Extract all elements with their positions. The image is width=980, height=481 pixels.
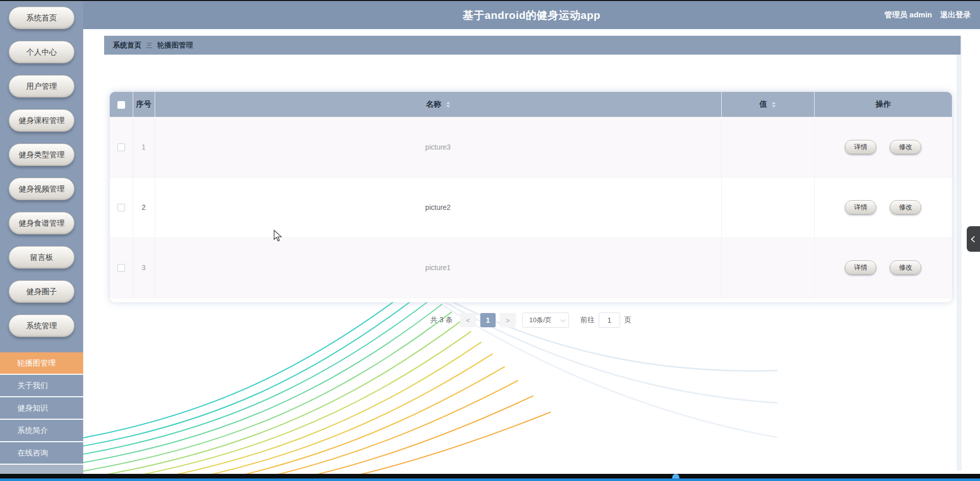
sidebar-item-message-board[interactable]: 留言板 (9, 246, 75, 269)
submenu-item-system-intro[interactable]: 系统简介 (0, 420, 83, 442)
table-card: 序号 名称 值 操作 1 picture3 (110, 92, 952, 302)
pagination-prev-button[interactable]: < (460, 313, 476, 327)
table-row: 1 picture3 详情 修改 (110, 117, 952, 177)
row-checkbox[interactable] (117, 264, 125, 272)
sidebar-item-fitness-circle[interactable]: 健身圈子 (9, 280, 75, 303)
sort-icon[interactable] (446, 102, 450, 108)
detail-button[interactable]: 详情 (845, 260, 876, 275)
row-checkbox[interactable] (117, 143, 125, 151)
page-size-value: 10条/页 (529, 316, 552, 325)
edit-button[interactable]: 修改 (890, 260, 921, 275)
row-index: 1 (133, 117, 155, 177)
admin-screen: 基于android的健身运动app 管理员 admin 退出登录 系统首页 个人… (0, 0, 980, 481)
page-unit-label: 页 (624, 316, 631, 325)
goto-label: 前往 (580, 316, 595, 325)
row-name: picture2 (155, 177, 721, 237)
pagination-total: 共 3 条 (430, 316, 453, 325)
row-value (721, 237, 814, 298)
select-all-checkbox[interactable] (117, 101, 125, 109)
page-size-select[interactable]: 10条/页 (522, 312, 569, 328)
window-top-edge (0, 0, 980, 1)
pagination-next-button[interactable]: > (500, 313, 516, 327)
submenu-item-carousel-management[interactable]: 轮播图管理 (0, 352, 83, 375)
submenu-item-about-us[interactable]: 关于我们 (0, 375, 83, 397)
chevron-down-icon (560, 317, 566, 322)
carousel-table: 序号 名称 值 操作 1 picture3 (110, 92, 952, 298)
row-value (721, 117, 814, 177)
breadcrumb-separator-icon: 三 (146, 41, 153, 50)
bottom-progress-bar (0, 478, 980, 481)
row-index: 2 (133, 177, 155, 237)
detail-button[interactable]: 详情 (845, 140, 876, 154)
sort-icon[interactable] (772, 102, 776, 108)
detail-button[interactable]: 详情 (845, 200, 876, 214)
row-index: 3 (133, 237, 155, 298)
submenu-item-fitness-knowledge[interactable]: 健身知识 (0, 397, 83, 420)
row-name: picture1 (155, 237, 721, 298)
column-header-actions: 操作 (814, 92, 952, 117)
bottom-black-bar (0, 474, 980, 478)
column-header-value[interactable]: 值 (721, 92, 814, 117)
submenu-item-online-consult[interactable]: 在线咨询 (0, 442, 83, 465)
goto-page-input[interactable] (599, 312, 620, 328)
column-header-value-label: 值 (760, 100, 767, 108)
row-checkbox[interactable] (117, 204, 125, 211)
page-title: 基于android的健身运动app (83, 1, 980, 29)
user-area: 管理员 admin 退出登录 (885, 1, 971, 29)
column-header-name-label: 名称 (426, 100, 441, 108)
logout-link[interactable]: 退出登录 (940, 10, 971, 20)
breadcrumb-current: 轮播图管理 (157, 41, 193, 50)
edit-button[interactable]: 修改 (890, 140, 921, 154)
sidebar-item-course-management[interactable]: 健身课程管理 (9, 109, 75, 132)
sidebar: 系统首页 个人中心 用户管理 健身课程管理 健身类型管理 健身视频管理 健身食谱… (0, 0, 83, 474)
sidebar-item-type-management[interactable]: 健身类型管理 (9, 143, 75, 166)
breadcrumb: 系统首页 三 轮播图管理 (104, 36, 961, 55)
row-value (721, 177, 814, 237)
app-bar: 基于android的健身运动app 管理员 admin 退出登录 (83, 1, 980, 29)
table-header-row: 序号 名称 值 操作 (110, 92, 952, 117)
column-header-index: 序号 (133, 92, 155, 117)
admin-username: 管理员 admin (885, 10, 932, 20)
collapse-panel-tab[interactable] (967, 226, 980, 252)
progress-marker (672, 474, 679, 478)
sidebar-item-home[interactable]: 系统首页 (9, 7, 75, 29)
sidebar-item-recipe-management[interactable]: 健身食谱管理 (9, 212, 75, 234)
pagination-page-1[interactable]: 1 (480, 313, 496, 327)
edit-button[interactable]: 修改 (890, 200, 921, 214)
sidebar-submenu: 轮播图管理 关于我们 健身知识 系统简介 在线咨询 (0, 352, 83, 465)
table-row: 2 picture2 详情 修改 (110, 177, 952, 237)
sidebar-item-system-management[interactable]: 系统管理 (9, 315, 75, 337)
sidebar-item-video-management[interactable]: 健身视频管理 (9, 178, 75, 200)
chevron-left-icon (971, 236, 977, 243)
breadcrumb-home[interactable]: 系统首页 (113, 41, 141, 50)
pagination: 共 3 条 < 1 > 10条/页 前往 页 (110, 312, 952, 328)
table-row: 3 picture1 详情 修改 (110, 237, 952, 298)
row-name: picture3 (155, 117, 721, 177)
header-checkbox-cell (110, 92, 133, 117)
scrollbar-track[interactable] (957, 36, 962, 471)
column-header-name[interactable]: 名称 (155, 92, 721, 117)
sidebar-item-personal-center[interactable]: 个人中心 (9, 41, 75, 63)
sidebar-filler (0, 465, 83, 474)
sidebar-item-user-management[interactable]: 用户管理 (9, 75, 75, 98)
